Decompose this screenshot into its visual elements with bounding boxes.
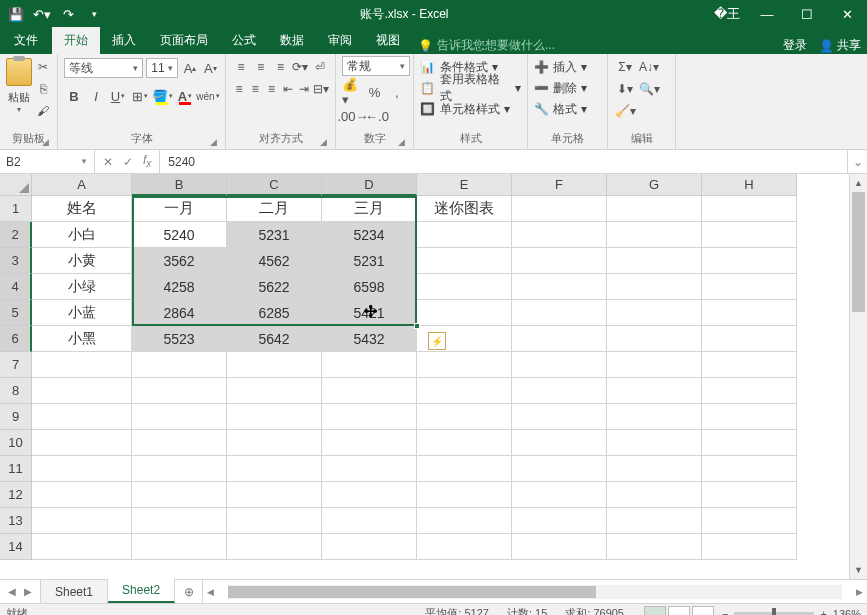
- increase-indent-button[interactable]: ⇥: [297, 78, 311, 100]
- column-header-A[interactable]: A: [32, 174, 132, 196]
- tell-me-search[interactable]: 💡 告诉我您想要做什么...: [412, 37, 783, 54]
- cell-H11[interactable]: [702, 456, 797, 482]
- cell-E13[interactable]: [417, 508, 512, 534]
- decrease-indent-button[interactable]: ⇤: [281, 78, 295, 100]
- tab-data[interactable]: 数据: [268, 27, 316, 54]
- column-header-H[interactable]: H: [702, 174, 797, 196]
- cell-E1[interactable]: 迷你图表: [417, 196, 512, 222]
- cell-A1[interactable]: 姓名: [32, 196, 132, 222]
- cell-G1[interactable]: [607, 196, 702, 222]
- cell-B7[interactable]: [132, 352, 227, 378]
- format-as-table-button[interactable]: 📋套用表格格式 ▾: [420, 78, 521, 98]
- cell-A3[interactable]: 小黄: [32, 248, 132, 274]
- cell-H14[interactable]: [702, 534, 797, 560]
- cell-G5[interactable]: [607, 300, 702, 326]
- cell-F10[interactable]: [512, 430, 607, 456]
- cell-H13[interactable]: [702, 508, 797, 534]
- find-select-button[interactable]: 🔍▾: [638, 78, 660, 100]
- page-layout-view-button[interactable]: [668, 606, 690, 616]
- cell-E2[interactable]: [417, 222, 512, 248]
- cell-B5[interactable]: 2864: [132, 300, 227, 326]
- cell-A9[interactable]: [32, 404, 132, 430]
- cell-G11[interactable]: [607, 456, 702, 482]
- cell-B8[interactable]: [132, 378, 227, 404]
- font-size-combo[interactable]: 11▾: [146, 58, 178, 78]
- tab-insert[interactable]: 插入: [100, 27, 148, 54]
- tab-file[interactable]: 文件: [0, 27, 52, 54]
- cell-F8[interactable]: [512, 378, 607, 404]
- zoom-slider-handle[interactable]: [772, 608, 776, 616]
- save-icon[interactable]: 💾: [8, 6, 24, 22]
- cell-H9[interactable]: [702, 404, 797, 430]
- fx-icon[interactable]: fx: [143, 153, 151, 169]
- cell-D5[interactable]: 5421: [322, 300, 417, 326]
- cell-A8[interactable]: [32, 378, 132, 404]
- cell-B12[interactable]: [132, 482, 227, 508]
- cell-G14[interactable]: [607, 534, 702, 560]
- cell-C3[interactable]: 4562: [227, 248, 322, 274]
- wrap-text-button[interactable]: ⏎: [311, 56, 329, 78]
- align-middle-button[interactable]: ≡: [252, 56, 270, 78]
- cell-F2[interactable]: [512, 222, 607, 248]
- cell-E8[interactable]: [417, 378, 512, 404]
- scroll-down-button[interactable]: ▼: [850, 561, 867, 579]
- cell-B13[interactable]: [132, 508, 227, 534]
- cell-A7[interactable]: [32, 352, 132, 378]
- share-button[interactable]: 👤共享: [819, 37, 861, 54]
- cell-B14[interactable]: [132, 534, 227, 560]
- column-header-E[interactable]: E: [417, 174, 512, 196]
- column-header-D[interactable]: D: [322, 174, 417, 196]
- cell-E10[interactable]: [417, 430, 512, 456]
- cell-C2[interactable]: 5231: [227, 222, 322, 248]
- clipboard-launcher[interactable]: ◢: [42, 137, 49, 147]
- cell-H10[interactable]: [702, 430, 797, 456]
- cell-H8[interactable]: [702, 378, 797, 404]
- cell-A13[interactable]: [32, 508, 132, 534]
- fill-handle[interactable]: [414, 323, 420, 329]
- cell-D12[interactable]: [322, 482, 417, 508]
- align-left-button[interactable]: ≡: [232, 78, 246, 100]
- cell-F13[interactable]: [512, 508, 607, 534]
- sheet-tab-2[interactable]: Sheet2: [108, 578, 175, 603]
- cell-D11[interactable]: [322, 456, 417, 482]
- cell-D4[interactable]: 6598: [322, 274, 417, 300]
- increase-font-button[interactable]: A▴: [181, 56, 198, 80]
- login-link[interactable]: 登录: [783, 37, 807, 54]
- close-button[interactable]: ✕: [827, 0, 867, 28]
- quick-analysis-button[interactable]: ⚡: [428, 332, 446, 350]
- italic-button[interactable]: I: [86, 84, 106, 108]
- tab-home[interactable]: 开始: [52, 27, 100, 54]
- cell-H1[interactable]: [702, 196, 797, 222]
- row-header-4[interactable]: 4: [0, 274, 32, 300]
- bold-button[interactable]: B: [64, 84, 84, 108]
- cell-F14[interactable]: [512, 534, 607, 560]
- row-header-11[interactable]: 11: [0, 456, 32, 482]
- name-box[interactable]: B2▼: [0, 150, 95, 173]
- decrease-decimal-button[interactable]: ←.0: [366, 104, 388, 128]
- row-header-3[interactable]: 3: [0, 248, 32, 274]
- row-header-12[interactable]: 12: [0, 482, 32, 508]
- vertical-scroll-thumb[interactable]: [852, 192, 865, 312]
- comma-button[interactable]: ,: [387, 80, 407, 104]
- tab-review[interactable]: 审阅: [316, 27, 364, 54]
- align-center-button[interactable]: ≡: [248, 78, 262, 100]
- cell-D1[interactable]: 三月: [322, 196, 417, 222]
- format-painter-button[interactable]: 🖌: [34, 102, 52, 120]
- cell-G3[interactable]: [607, 248, 702, 274]
- cell-A12[interactable]: [32, 482, 132, 508]
- cell-B3[interactable]: 3562: [132, 248, 227, 274]
- column-header-F[interactable]: F: [512, 174, 607, 196]
- row-header-2[interactable]: 2: [0, 222, 32, 248]
- fill-color-button[interactable]: 🪣▾: [152, 84, 173, 108]
- cell-G7[interactable]: [607, 352, 702, 378]
- cell-H6[interactable]: [702, 326, 797, 352]
- cell-F9[interactable]: [512, 404, 607, 430]
- cell-H3[interactable]: [702, 248, 797, 274]
- horizontal-scrollbar[interactable]: ◀ ▶: [203, 580, 867, 603]
- fill-button[interactable]: ⬇▾: [614, 78, 636, 100]
- align-right-button[interactable]: ≡: [264, 78, 278, 100]
- orientation-button[interactable]: ⟳▾: [291, 56, 309, 78]
- normal-view-button[interactable]: [644, 606, 666, 616]
- cell-F4[interactable]: [512, 274, 607, 300]
- format-cells-button[interactable]: 🔧格式 ▾: [534, 99, 601, 119]
